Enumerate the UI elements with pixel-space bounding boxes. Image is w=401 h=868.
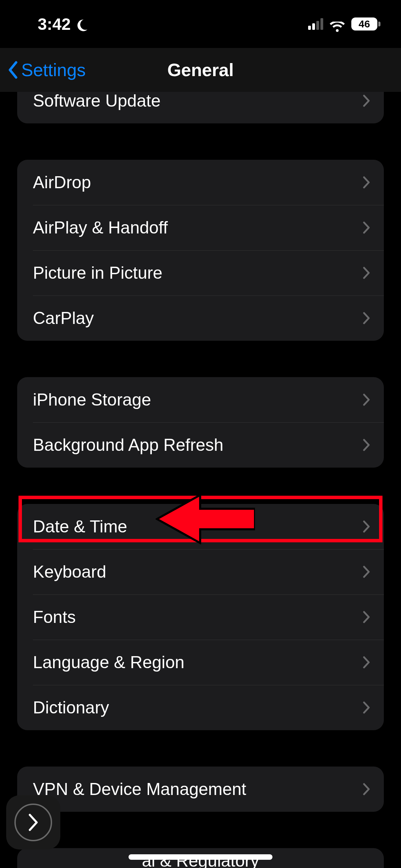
chevron-right-icon (363, 701, 370, 714)
chevron-left-icon (7, 61, 19, 79)
row-vpn-device-management[interactable]: VPN & Device Management (17, 767, 384, 812)
row-label: AirDrop (33, 172, 363, 192)
row-keyboard[interactable]: Keyboard (17, 549, 384, 594)
chevron-right-icon (363, 221, 370, 234)
settings-group: VPN & Device Management (17, 767, 384, 812)
row-label: Fonts (33, 607, 363, 627)
battery-level: 46 (359, 18, 370, 30)
row-label: VPN & Device Management (33, 779, 363, 799)
status-left: 3:42 (38, 15, 88, 34)
row-airdrop[interactable]: AirDrop (17, 160, 384, 205)
row-label: Software Update (33, 92, 363, 111)
back-label: Settings (21, 60, 86, 80)
chevron-right-icon (363, 783, 370, 795)
row-label: Date & Time (33, 517, 363, 537)
row-label: Background App Refresh (33, 435, 363, 455)
row-background-app-refresh[interactable]: Background App Refresh (17, 422, 384, 468)
chevron-right-icon (363, 312, 370, 324)
row-label: AirPlay & Handoff (33, 218, 363, 238)
status-right: 46 (308, 17, 380, 31)
row-carplay[interactable]: CarPlay (17, 296, 384, 341)
row-label: Language & Region (33, 652, 363, 672)
do-not-disturb-icon (75, 17, 88, 31)
row-iphone-storage[interactable]: iPhone Storage (17, 377, 384, 422)
cellular-icon (308, 18, 323, 30)
navigation-bar: Settings General (0, 48, 401, 92)
chevron-right-icon (363, 394, 370, 406)
page-title: General (167, 60, 234, 80)
row-date-time[interactable]: Date & Time (17, 504, 384, 549)
chevron-right-icon (363, 176, 370, 189)
chevron-right-icon (363, 611, 370, 623)
content-scroll[interactable]: Software Update AirDrop AirPlay & Handof… (0, 92, 401, 868)
back-button[interactable]: Settings (7, 60, 86, 80)
row-label: iPhone Storage (33, 390, 363, 410)
row-airplay-handoff[interactable]: AirPlay & Handoff (17, 205, 384, 250)
floating-next-inner (14, 804, 52, 841)
settings-group: Software Update (17, 92, 384, 123)
row-dictionary[interactable]: Dictionary (17, 685, 384, 730)
settings-group: iPhone Storage Background App Refresh (17, 377, 384, 468)
chevron-right-icon (363, 656, 370, 668)
row-picture-in-picture[interactable]: Picture in Picture (17, 250, 384, 296)
chevron-right-icon (363, 439, 370, 451)
row-language-region[interactable]: Language & Region (17, 640, 384, 685)
wifi-icon (329, 18, 345, 30)
chevron-right-icon (363, 520, 370, 533)
status-bar: 3:42 46 (0, 0, 401, 48)
row-label: Picture in Picture (33, 263, 363, 283)
row-fonts[interactable]: Fonts (17, 594, 384, 640)
chevron-right-icon (27, 813, 39, 831)
settings-group: AirDrop AirPlay & Handoff Picture in Pic… (17, 160, 384, 341)
row-software-update[interactable]: Software Update (17, 92, 384, 123)
status-time: 3:42 (38, 15, 71, 34)
chevron-right-icon (363, 566, 370, 578)
chevron-right-icon (363, 95, 370, 107)
battery-icon: 46 (351, 17, 380, 31)
row-label: Keyboard (33, 562, 363, 582)
floating-next-button[interactable] (6, 795, 60, 849)
home-indicator[interactable] (129, 854, 272, 860)
row-label: Dictionary (33, 698, 363, 718)
settings-group: Date & Time Keyboard Fonts Language & Re… (17, 504, 384, 730)
chevron-right-icon (363, 267, 370, 279)
row-label: CarPlay (33, 308, 363, 328)
